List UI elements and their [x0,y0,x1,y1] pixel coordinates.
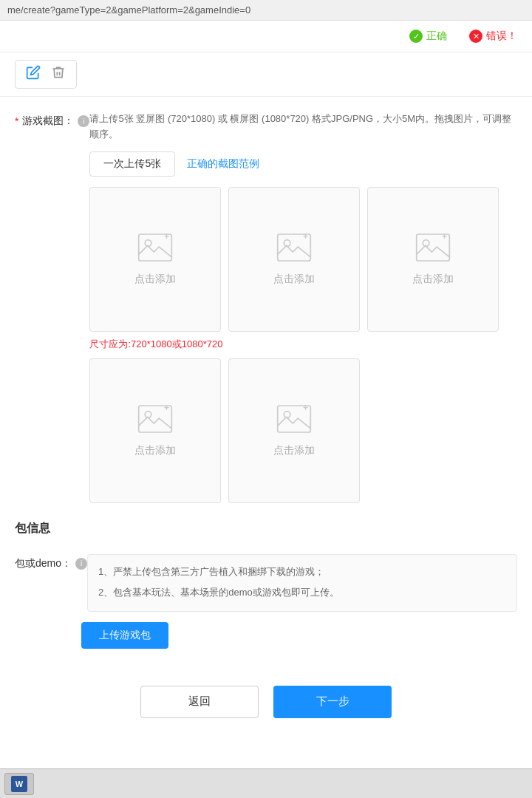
screenshot-placeholder-3[interactable]: + 点击添加 [367,187,499,332]
svg-text:+: + [164,404,169,413]
package-notes: 1、严禁上传包含第三方广告植入和捆绑下载的游戏； 2、包含基本玩法、基本场景的d… [87,554,517,612]
check-icon: ✓ [409,30,423,43]
screenshot-label-text: 游戏截图： [22,115,74,128]
placeholder-text-5: 点击添加 [273,444,315,457]
package-label: 包或demo： i [15,554,87,570]
example-link[interactable]: 正确的截图范例 [187,157,259,169]
svg-text:+: + [164,233,169,242]
screenshot-content: 请上传5张 竖屏图 (532*798) 或 横屏图 (798*532) 格式… [89,112,517,503]
edit-toolbar [0,52,532,97]
image-icon-4: + [137,404,173,440]
status-error: ✕ 错误！ [469,30,517,43]
package-row: 包或demo： i 1、严禁上传包含第三方广告植入和捆绑下载的游戏； 2、包含基… [15,554,517,612]
url-bar: me/create?gameType=2&gamePlatform=2&game… [7,4,250,16]
svg-point-7 [423,239,430,246]
delete-icon[interactable] [51,65,66,83]
next-button[interactable]: 下一步 [273,686,392,718]
placeholder-text-4: 点击添加 [134,444,176,457]
image-icon-3: + [415,233,451,268]
package-note-1: 1、严禁上传包含第三方广告植入和捆绑下载的游戏； [98,562,506,582]
x-icon: ✕ [469,30,482,43]
svg-point-13 [284,411,291,417]
svg-point-4 [284,239,291,246]
screenshot-section-row: * 游戏截图： i 请上传5张 竖屏图 (532*798) 或 横屏图 (10… [15,112,517,503]
package-section-title: 包信息 [15,521,517,542]
status-bar: ✓ 正确 ✕ 错误！ [0,21,532,52]
package-section: 包信息 包或demo： i 1、严禁上传包含第三方广告植入和捆绑下载的游戏； 2… [15,521,517,649]
placeholder-text-2: 点击添加 [273,273,315,286]
edit-icon[interactable] [26,65,41,83]
taskbar: W [0,768,532,798]
bottom-buttons: 返回 下一步 [15,686,517,740]
error-label: 错误！ [486,30,517,43]
screenshot-label: * 游戏截图： i [15,112,89,128]
svg-text:+: + [303,404,308,413]
taskbar-word-item[interactable]: W [4,773,34,795]
screenshot-placeholder-2[interactable]: + 点击添加 [228,187,360,332]
page-wrapper: me/create?gameType=2&gamePlatform=2&game… [0,0,532,798]
screenshot-placeholder-4[interactable]: + 点击添加 [89,358,221,503]
package-note-2: 2、包含基本玩法、基本场景的demo或游戏包即可上传。 [98,583,506,602]
upload-5-button[interactable]: 一次上传5张 [89,151,175,177]
placeholder-text-1: 点击添加 [134,273,176,286]
toolbar-box [15,60,77,89]
image-icon-1: + [137,233,173,268]
upload-actions: 一次上传5张 正确的截图范例 [89,151,517,177]
top-bar: me/create?gameType=2&gamePlatform=2&game… [0,0,532,21]
asterisk: * [15,115,18,127]
screenshot-grid-top: + 点击添加 + [89,187,517,332]
main-content: * 游戏截图： i 请上传5张 竖屏图 (532*798) 或 横屏图 (10… [0,97,532,755]
upload-package-button[interactable]: 上传游戏包 [81,622,168,649]
svg-point-1 [146,239,152,246]
size-error: 尺寸应为:720*1080或1080*720 [89,338,517,351]
image-icon-5: + [276,404,312,440]
svg-text:+: + [442,233,447,242]
svg-point-10 [146,411,152,417]
correct-label: 正确 [426,30,447,43]
placeholder-text-3: 点击添加 [412,273,454,286]
package-label-text: 包或demo： [15,557,72,570]
back-button[interactable]: 返回 [140,686,259,718]
word-icon: W [11,776,27,792]
image-icon-2: + [276,233,312,268]
status-correct: ✓ 正确 [409,30,447,43]
info-icon[interactable]: i [78,115,89,127]
screenshot-placeholder-1[interactable]: + 点击添加 [89,187,221,332]
screenshot-grid-bottom: + 点击添加 + [89,358,517,503]
svg-text:+: + [303,233,308,242]
package-info-icon[interactable]: i [75,558,87,570]
screenshot-hint: 请上传5张 竖屏图 (532*798) 或 横屏图 (798*532) 格式… [89,112,517,143]
screenshot-placeholder-5[interactable]: + 点击添加 [228,358,360,503]
